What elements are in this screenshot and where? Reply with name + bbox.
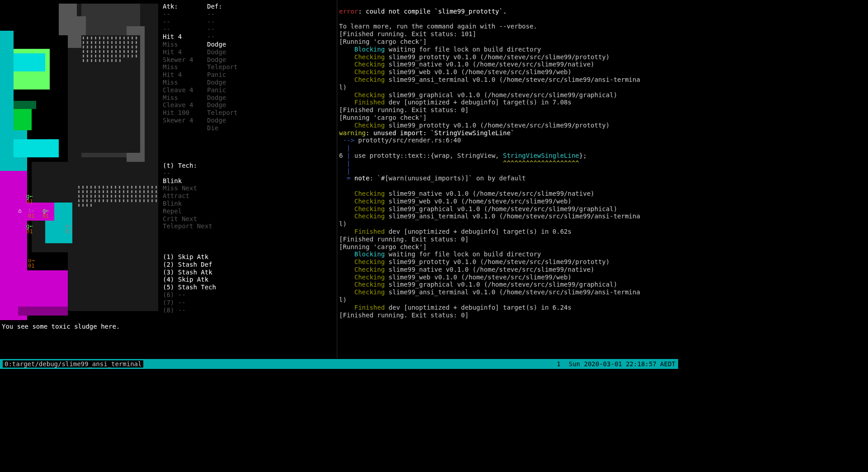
atk-value: Skewer 4 xyxy=(163,117,207,124)
stat-row: MissDodge xyxy=(163,94,335,102)
stat-row: MissDodge xyxy=(163,79,335,86)
tmux-window-index: 1 xyxy=(557,360,561,368)
tech-item: Teleport Next xyxy=(163,222,212,230)
def-value: Dodge xyxy=(207,117,226,124)
atk-value: Miss xyxy=(163,79,207,86)
def-value: Dodge xyxy=(207,48,226,56)
stat-row: ---- xyxy=(163,10,335,18)
def-value: Panic xyxy=(207,86,226,94)
def-value: Dodge xyxy=(207,41,226,48)
action-item[interactable]: (8) -- xyxy=(163,307,216,314)
action-item[interactable]: (5) Stash Tech xyxy=(163,283,216,291)
action-item[interactable]: (6) -- xyxy=(163,291,216,299)
stat-row: Hit 4Dodge xyxy=(163,48,335,56)
atk-value: -- xyxy=(163,18,207,26)
def-value: Dodge xyxy=(207,94,226,102)
message-line: You see some toxic sludge here. xyxy=(2,323,120,330)
atk-value: Hit 4 xyxy=(163,48,207,56)
stat-row: Die xyxy=(163,124,335,132)
action-item[interactable]: (4) Skip Atk xyxy=(163,276,216,283)
term-error: error xyxy=(339,8,358,15)
atk-value: Cleave 4 xyxy=(163,86,207,94)
tech-item: -- xyxy=(163,170,212,177)
stat-row: MissTeleport xyxy=(163,63,335,71)
tmux-status-bar[interactable]: 0:target/debug/slime99_ansi_terminal 1 S… xyxy=(0,359,678,369)
tech-panel: (t) Tech: --BlinkMiss NextAttractBlinkRe… xyxy=(163,162,212,230)
action-item[interactable]: (3) Stash Atk xyxy=(163,269,216,276)
atk-value xyxy=(163,124,207,132)
stat-row: MissDodge xyxy=(163,41,335,48)
def-value: Dodge xyxy=(207,56,226,64)
def-value: Dodge xyxy=(207,79,226,86)
action-item[interactable]: (2) Stash Def xyxy=(163,261,216,269)
atk-value: -- xyxy=(163,10,207,18)
def-value: Teleport xyxy=(207,109,237,117)
game-pane[interactable]: g←01 ⌂ t←01 g←01 g←01 s←01 u→01 Atk: Def… xyxy=(0,0,337,358)
game-map[interactable]: g←01 ⌂ t←01 g←01 g←01 s←01 u→01 xyxy=(0,4,158,320)
atk-value: -- xyxy=(163,25,207,33)
atk-value: Miss xyxy=(163,63,207,71)
def-value: -- xyxy=(207,33,215,41)
stat-row: Cleave 4Panic xyxy=(163,86,335,94)
atk-value: Cleave 4 xyxy=(163,101,207,109)
def-value: Panic xyxy=(207,71,226,79)
def-value: Dodge xyxy=(207,101,226,109)
tech-item: Attract xyxy=(163,192,212,200)
def-value: Teleport xyxy=(207,63,237,71)
tech-item: Crit Next xyxy=(163,215,212,223)
atk-value: Hit 4 xyxy=(163,71,207,79)
tech-item: Blink xyxy=(163,200,212,208)
stat-row: ---- xyxy=(163,18,335,26)
tech-header: (t) Tech: xyxy=(163,162,212,170)
tmux-clock: Sun 2020-03-01 22:18:57 AEDT xyxy=(569,360,675,368)
actions-panel: (1) Skip Atk(2) Stash Def(3) Stash Atk(4… xyxy=(163,253,216,314)
term-warning: warning xyxy=(339,129,366,137)
stat-row: Cleave 4Dodge xyxy=(163,101,335,109)
stat-row: Hit 4Panic xyxy=(163,71,335,79)
stat-row: Hit 100Teleport xyxy=(163,109,335,117)
stat-row: Skewer 4Dodge xyxy=(163,56,335,64)
stats-panel: Atk: Def: ------------Hit 4--MissDodgeHi… xyxy=(163,3,335,132)
action-item[interactable]: (1) Skip Atk xyxy=(163,253,216,261)
stat-row: ---- xyxy=(163,25,335,33)
tech-item: Repel xyxy=(163,208,212,215)
action-item[interactable]: (7) -- xyxy=(163,299,216,307)
atk-value: Hit 100 xyxy=(163,109,207,117)
stat-row: Hit 4-- xyxy=(163,33,335,41)
tech-item: Blink xyxy=(163,177,212,185)
def-value: -- xyxy=(207,18,215,26)
atk-header: Atk: xyxy=(163,3,207,10)
tmux-tab-0[interactable]: 0:target/debug/slime99_ansi_terminal xyxy=(3,360,143,368)
def-value: -- xyxy=(207,10,215,18)
atk-value: Hit 4 xyxy=(163,33,207,41)
def-header: Def: xyxy=(207,3,222,10)
terminal-pane[interactable]: error: could not compile `slime99_protot… xyxy=(337,0,678,358)
def-value: Die xyxy=(207,124,218,132)
atk-value: Miss xyxy=(163,94,207,102)
stat-row: Skewer 4Dodge xyxy=(163,117,335,124)
tech-item: Miss Next xyxy=(163,184,212,192)
atk-value: Miss xyxy=(163,41,207,48)
def-value: -- xyxy=(207,25,215,33)
atk-value: Skewer 4 xyxy=(163,56,207,64)
main-split: g←01 ⌂ t←01 g←01 g←01 s←01 u→01 Atk: Def… xyxy=(0,0,678,358)
